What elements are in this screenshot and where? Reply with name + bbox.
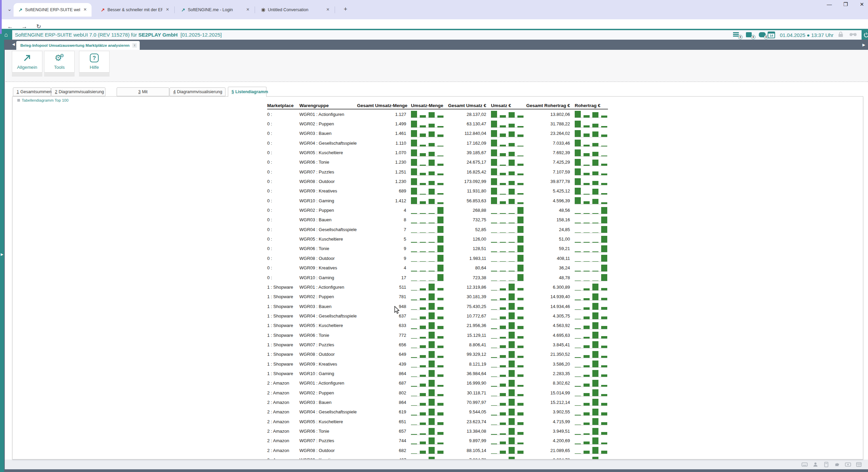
lines-badge-icon[interactable]: 0 [733, 32, 741, 38]
home-icon[interactable]: ⌂ [0, 30, 12, 40]
table-row[interactable]: 0 :WGR09 : Kreatives480,6436,24 [267, 263, 608, 273]
keyboard-icon[interactable] [802, 461, 808, 468]
tab-scroll-right-icon[interactable]: ▶ [863, 43, 865, 47]
table-row[interactable]: 1 : ShopwareWGR03 : Bauen94875.430,2514.… [267, 302, 608, 311]
spark-bar [500, 125, 506, 127]
sparkline-bars [575, 159, 607, 166]
table-row[interactable]: 1 : ShopwareWGR07 : Puzzles6568.806,413.… [267, 340, 608, 349]
tab-close-icon[interactable]: ✕ [82, 7, 88, 13]
calendar-icon[interactable]: 14 [768, 32, 775, 38]
sparkline-bars [411, 408, 443, 416]
document-tab[interactable]: Beleg-Infopool Umsatzauswertung Marktplä… [16, 41, 140, 50]
binoculars-icon[interactable] [849, 32, 857, 38]
new-tab-button[interactable]: + [341, 5, 350, 14]
table-row[interactable]: 2 : AmazonWGR02 : Puppen80230.118,7115.0… [267, 388, 608, 397]
table-row[interactable]: 0 :WGR07 : Puzzles1.25116.825,427.107,59 [267, 167, 608, 177]
column-header[interactable]: Gesamt Umsatz-Menge [357, 103, 406, 108]
table-row[interactable]: 0 :WGR02 : Puppen1.49963.130,4731.788,22 [267, 119, 608, 128]
sparkline-bars [411, 283, 443, 291]
tab-close-icon[interactable]: ✕ [164, 7, 171, 13]
collapsed-side-panel[interactable]: ▶ [0, 40, 5, 472]
table-row[interactable]: 1 : ShopwareWGR05 : Kuscheltiere63321.95… [267, 321, 608, 330]
subtab-2[interactable]: 2Diagrammvisualisierung [51, 87, 105, 96]
window-minimize-button[interactable]: — [826, 1, 833, 7]
table-row[interactable]: 0 :WGR09 : Kreatives68911.931,805.425,12 [267, 186, 608, 196]
spark-bar [509, 447, 515, 454]
table-row[interactable]: 1 : ShopwareWGR04 : Gesellschaftsspiele6… [267, 311, 608, 321]
ribbon-button-hilfe[interactable]: ?Hilfe [79, 51, 110, 77]
table-row[interactable]: 0 :WGR08 : Outdoor1.230173.092,9939.877,… [267, 177, 608, 186]
ribbon-button-allgemein[interactable]: Allgemein [12, 51, 42, 77]
spark-bar [429, 370, 435, 377]
spark-bar [500, 451, 506, 454]
document-tab-close-icon[interactable]: x [132, 43, 137, 48]
table-row[interactable]: 0 :WGR01 : Actionfiguren1.12728.137,0213… [267, 109, 608, 119]
table-row[interactable]: 0 :WGR03 : Bauen1.461112.840,0423.264,02 [267, 129, 608, 138]
tab-close-icon[interactable]: ✕ [325, 7, 331, 13]
spark-bar [584, 165, 590, 166]
table-row[interactable]: 2 : AmazonWGR01 : Actionfiguren68716.999… [267, 378, 608, 388]
table-row[interactable]: 2 : AmazonWGR06 : Tonie65713.384,083.949… [267, 426, 608, 436]
calculator-icon[interactable] [823, 461, 829, 468]
window-close-button[interactable]: ✕ [859, 1, 865, 7]
table-row[interactable]: 1 : ShopwareWGR02 : Puppen78130.181,3914… [267, 292, 608, 302]
table-row[interactable]: 2 : AmazonWGR04 : Gesellschaftsspiele619… [267, 407, 608, 417]
table-row[interactable]: 2 : AmazonWGR03 : Bauen86470.997,9715.21… [267, 397, 608, 407]
tab-search-chevron-icon[interactable]: ⌄ [5, 5, 14, 14]
subtab-3[interactable]: 3Mit Gruppensummierung [117, 87, 169, 96]
puzzle-icon[interactable] [834, 461, 840, 468]
tab-close-icon[interactable]: ✕ [245, 7, 251, 13]
row-marketplace: 1 : Shopware [267, 362, 299, 367]
window-maximize-button[interactable]: ❐ [842, 1, 849, 7]
table-row[interactable]: 2 : AmazonWGR08 : Outdoor68288.105,1421.… [267, 446, 608, 455]
bubble-badge-icon[interactable]: 0 [759, 32, 767, 38]
table-row[interactable]: 0 :WGR06 : Tonie1.23024.675,177.425,29 [267, 158, 608, 167]
table-row[interactable]: 0 :WGR04 : Gesellschaftsspiele752,8524,8… [267, 225, 608, 234]
browser-tab[interactable]: ↗SoftENGINE ERP-SUITE webUI✕ [14, 3, 92, 17]
table-row[interactable]: 1 : ShopwareWGR01 : Actionfiguren51112.3… [267, 282, 608, 292]
table-row[interactable]: 0 :WGR10 : Gaming17723,3848,78 [267, 273, 608, 282]
spark-bar [575, 434, 581, 435]
browser-tab[interactable]: Untitled Conversation✕ [256, 3, 334, 17]
table-row[interactable]: 0 :WGR08 : Outdoor91.983,11408,11 [267, 253, 608, 263]
column-header[interactable]: Marketplace [267, 103, 299, 108]
spark-bar [575, 338, 581, 339]
sparkline-bars [575, 379, 607, 387]
table-row[interactable]: 2 : AmazonWGR09 : Kreatives4077.224,783.… [267, 455, 608, 459]
table-row[interactable]: 0 :WGR02 : Puppen4268,8848,56 [267, 205, 608, 215]
table-row[interactable]: 0 :WGR10 : Gaming1.41256.853,634.596,39 [267, 196, 608, 205]
table-row[interactable]: 0 :WGR05 : Kuscheltiere5126,0051,00 [267, 234, 608, 244]
table-row[interactable]: 0 :WGR06 : Tonie9128,5159,21 [267, 244, 608, 253]
column-header[interactable]: Warengruppe [299, 103, 357, 108]
user-icon[interactable] [812, 461, 818, 468]
subtab-1[interactable]: 1Gesamtsummen [13, 87, 51, 96]
panel-expand-icon[interactable]: ▶ [1, 252, 3, 256]
table-row[interactable]: 0 :WGR04 : Gesellschaftsspiele1.11017.16… [267, 138, 608, 148]
table-row[interactable]: 1 : ShopwareWGR08 : Outdoor64999.329,122… [267, 350, 608, 359]
subtab-5[interactable]: 5Listendiagramm [228, 87, 267, 97]
spark-bar [575, 281, 581, 281]
box-badge-icon[interactable]: 0 [746, 32, 754, 38]
table-row[interactable]: 2 : AmazonWGR07 : Puzzles7449.897,994.20… [267, 436, 608, 446]
table-row[interactable]: 0 :WGR03 : Bauen8732,75158,16 [267, 215, 608, 225]
table-row[interactable]: 1 : ShopwareWGR09 : Kreatives4398.121,19… [267, 359, 608, 369]
calendar-grid-icon[interactable] [856, 461, 862, 468]
column-header[interactable]: Rohertrag € [570, 103, 608, 108]
tab-scroll-left-icon[interactable]: ◀ [12, 42, 15, 46]
ribbon-button-tools[interactable]: ⚙⚙Tools [44, 51, 75, 77]
column-header[interactable]: Gesamt Umsatz € [445, 103, 486, 108]
column-header[interactable]: Umsatz-Menge [406, 103, 445, 108]
table-row[interactable]: 1 : ShopwareWGR06 : Tonie77215.129,114.6… [267, 330, 608, 340]
subtab-4[interactable]: 4Diagrammvisualisierung [170, 87, 225, 96]
table-row[interactable]: 1 : ShopwareWGR10 : Gaming86436.984,642.… [267, 369, 608, 378]
column-header[interactable]: Umsatz € [486, 103, 524, 108]
browser-tab[interactable]: ↗SoftENGINE.me - Login✕ [176, 3, 254, 17]
column-header[interactable]: Gesamt Rohertrag € [524, 103, 570, 108]
table-row[interactable]: 2 : AmazonWGR05 : Kuscheltiere65123.623,… [267, 417, 608, 426]
monitor-icon[interactable] [845, 461, 851, 468]
row-gesamt-umsatz-menge: 1.110 [357, 141, 406, 146]
browser-tab[interactable]: ↗Besser & schneller mit der ERP✕ [96, 3, 174, 17]
table-row[interactable]: 0 :WGR05 : Kuscheltiere1.07039.185,677.6… [267, 148, 608, 157]
row-gesamt-umsatz: 23.623,74 [445, 419, 486, 424]
logout-power-button[interactable] [862, 30, 868, 40]
